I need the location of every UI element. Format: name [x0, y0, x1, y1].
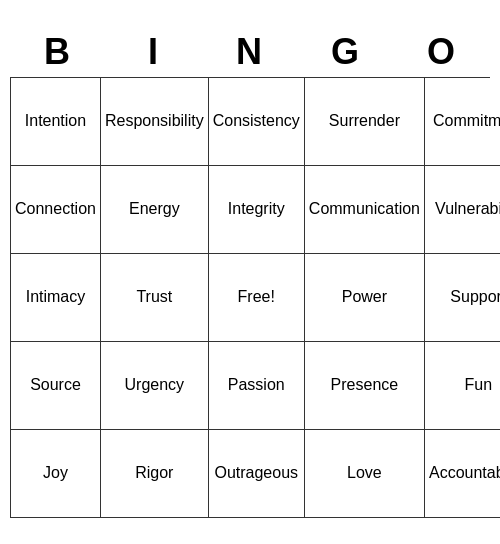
header-letter-g: G: [298, 27, 394, 77]
bingo-cell-text-r0-c3: Surrender: [329, 111, 400, 130]
bingo-cell-r3-c0: Source: [11, 342, 101, 430]
bingo-cell-r1-c0: Connection: [11, 166, 101, 254]
bingo-cell-r3-c3: Presence: [305, 342, 425, 430]
bingo-cell-text-r1-c2: Integrity: [228, 199, 285, 218]
bingo-cell-r4-c1: Rigor: [101, 430, 209, 518]
bingo-cell-r0-c2: Consistency: [209, 78, 305, 166]
header-letter-o: O: [394, 27, 490, 77]
bingo-cell-r0-c3: Surrender: [305, 78, 425, 166]
bingo-cell-text-r4-c2: Outrageous: [214, 463, 298, 482]
bingo-cell-text-r3-c1: Urgency: [125, 375, 185, 394]
bingo-cell-text-r0-c1: Responsibility: [105, 111, 204, 130]
header-letter-i: I: [106, 27, 202, 77]
bingo-cell-text-r0-c0: Intention: [25, 111, 86, 130]
bingo-cell-text-r1-c1: Energy: [129, 199, 180, 218]
bingo-cell-r0-c4: Commitment: [425, 78, 500, 166]
bingo-cell-r1-c1: Energy: [101, 166, 209, 254]
bingo-cell-text-r3-c2: Passion: [228, 375, 285, 394]
bingo-cell-r1-c2: Integrity: [209, 166, 305, 254]
bingo-cell-text-r4-c4: Accountability: [429, 463, 500, 482]
bingo-cell-r0-c1: Responsibility: [101, 78, 209, 166]
header-letter-b: B: [10, 27, 106, 77]
bingo-cell-r2-c1: Trust: [101, 254, 209, 342]
bingo-cell-r2-c3: Power: [305, 254, 425, 342]
bingo-cell-text-r2-c0: Intimacy: [26, 287, 86, 306]
bingo-cell-text-r0-c4: Commitment: [433, 111, 500, 130]
bingo-cell-r3-c1: Urgency: [101, 342, 209, 430]
bingo-cell-r2-c4: Support: [425, 254, 500, 342]
bingo-card: BINGO IntentionResponsibilityConsistency…: [10, 27, 490, 518]
bingo-cell-text-r2-c2: Free!: [238, 287, 275, 306]
bingo-cell-r0-c0: Intention: [11, 78, 101, 166]
bingo-cell-text-r4-c0: Joy: [43, 463, 68, 482]
bingo-cell-r4-c4: Accountability: [425, 430, 500, 518]
bingo-cell-text-r3-c0: Source: [30, 375, 81, 394]
bingo-cell-text-r3-c3: Presence: [331, 375, 399, 394]
bingo-cell-text-r1-c0: Connection: [15, 199, 96, 218]
bingo-cell-text-r3-c4: Fun: [465, 375, 493, 394]
bingo-cell-text-r1-c3: Communication: [309, 199, 420, 218]
bingo-cell-text-r4-c1: Rigor: [135, 463, 173, 482]
bingo-cell-text-r2-c3: Power: [342, 287, 387, 306]
bingo-cell-text-r2-c4: Support: [450, 287, 500, 306]
bingo-cell-r4-c2: Outrageous: [209, 430, 305, 518]
bingo-grid: IntentionResponsibilityConsistencySurren…: [10, 77, 490, 518]
bingo-cell-r3-c2: Passion: [209, 342, 305, 430]
bingo-cell-text-r1-c4: Vulnerability: [435, 199, 500, 218]
bingo-cell-text-r2-c1: Trust: [136, 287, 172, 306]
bingo-cell-text-r4-c3: Love: [347, 463, 382, 482]
bingo-header: BINGO: [10, 27, 490, 77]
bingo-cell-r1-c4: Vulnerability: [425, 166, 500, 254]
bingo-cell-r4-c3: Love: [305, 430, 425, 518]
bingo-cell-text-r0-c2: Consistency: [213, 111, 300, 130]
bingo-cell-r4-c0: Joy: [11, 430, 101, 518]
bingo-cell-r1-c3: Communication: [305, 166, 425, 254]
header-letter-n: N: [202, 27, 298, 77]
bingo-cell-r2-c2: Free!: [209, 254, 305, 342]
bingo-cell-r2-c0: Intimacy: [11, 254, 101, 342]
bingo-cell-r3-c4: Fun: [425, 342, 500, 430]
